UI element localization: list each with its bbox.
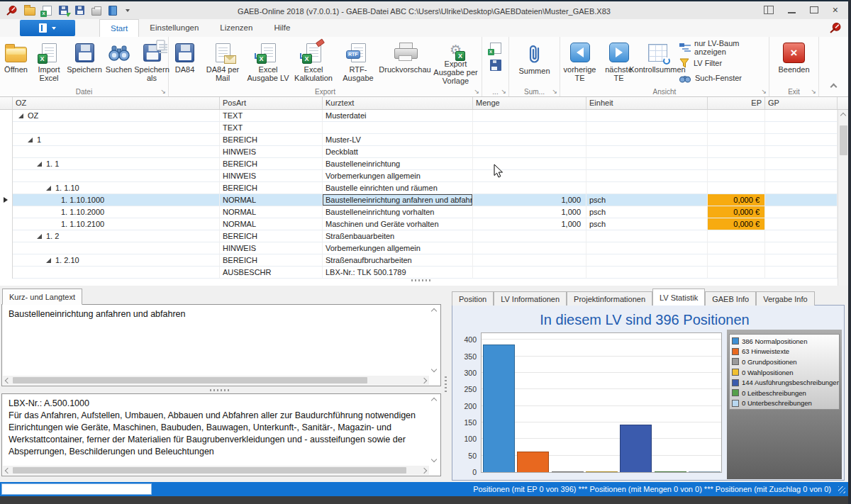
tab-lv-statistik[interactable]: LV Statistik (652, 289, 705, 306)
druckvorschau-button[interactable]: Druckvorschau (381, 38, 429, 85)
toggle-lv-filter[interactable]: LV Filter (677, 55, 769, 70)
scroll-up-icon[interactable] (840, 113, 846, 118)
shorttext-box[interactable]: Baustelleneinrichtung anfahren und abfah… (1, 304, 441, 386)
maximize-button[interactable] (810, 6, 818, 13)
vertical-scrollbar[interactable] (430, 306, 440, 375)
scroll-left-icon[interactable] (5, 377, 11, 383)
column-header-ep[interactable]: EP (708, 97, 765, 109)
y-tick-label: 150 (464, 418, 477, 427)
save-button[interactable]: Speichern (66, 38, 103, 85)
tab-hilfe[interactable]: Hilfe (263, 19, 301, 37)
help-icon[interactable] (764, 6, 774, 14)
table-row[interactable]: AUSBESCHR LBX-Nr.: TLK 500.1789 (0, 267, 848, 279)
grid-refresh-icon (648, 40, 667, 65)
naechste-te-button[interactable]: nächste TE (599, 38, 638, 85)
tab-einstellungen[interactable]: Einstellungen (139, 19, 209, 37)
table-row[interactable]: 1. 1 BEREICH Baustelleneinrichtung (0, 158, 848, 170)
tab-lizenzen[interactable]: Lizenzen (209, 19, 263, 37)
column-header-einheit[interactable]: Einheit (586, 97, 708, 109)
column-header-kurztext[interactable]: Kurztext (323, 97, 473, 109)
scroll-down-icon[interactable] (431, 457, 437, 462)
chart-legend: 386 Normalpositionen63 Hinweistexte0 Gru… (729, 334, 840, 410)
table-row[interactable]: HINWEIS Vorbemerkungen allgemein (0, 242, 848, 254)
column-header-menge[interactable]: Menge (473, 97, 586, 109)
dialog-launcher-icon[interactable]: ↘ (160, 88, 166, 95)
scroll-left-icon[interactable] (5, 467, 11, 473)
tab-position[interactable]: Position (452, 291, 494, 306)
gridline (482, 339, 721, 340)
table-row[interactable]: 1 BEREICH Muster-LV (0, 134, 848, 146)
ribbon-collapse-icon[interactable] (830, 84, 838, 91)
scroll-up-icon[interactable] (431, 398, 437, 403)
tab-projektinformationen[interactable]: Projektinformationen (567, 291, 652, 306)
splitter-handle[interactable] (411, 279, 431, 281)
summen-button[interactable]: Summen (510, 38, 560, 85)
kontrollsummen-button[interactable]: Kontrollsummen (638, 38, 677, 85)
tab-lv-informationen[interactable]: LV Informationen (494, 291, 567, 306)
excel-kalkulation-button[interactable]: Excel Kalkulation (291, 38, 335, 85)
table-vertical-scrollbar[interactable] (838, 110, 848, 286)
tree-expander-icon (46, 186, 51, 191)
excel-mini-icon[interactable] (490, 43, 501, 54)
vorherige-te-button[interactable]: vorherige TE (560, 38, 599, 85)
resize-grip[interactable] (838, 486, 845, 493)
column-header-gp[interactable]: GP (765, 97, 838, 109)
da84-mail-button[interactable]: DA84 per Mail (201, 38, 245, 85)
splitter-handle[interactable] (210, 389, 230, 391)
export-vorlage-button[interactable]: Export Ausgabe per Vorlage (429, 38, 482, 85)
close-button[interactable]: × (833, 6, 838, 14)
table-row[interactable]: 1. 1.10.2000 NORMAL Baustelleneinrichtun… (0, 206, 848, 218)
excel-ausgabe-lv-button[interactable]: Excel Ausgabe LV (245, 38, 291, 85)
scroll-right-icon[interactable] (421, 467, 427, 473)
dialog-launcher-icon[interactable]: ↘ (501, 88, 506, 95)
toggle-such-fenster[interactable]: Such-Fenster (677, 70, 769, 85)
table-row[interactable]: 1. 2.10 BEREICH Straßenaufbrucharbeiten (0, 254, 848, 267)
save-image-mini-icon[interactable] (490, 60, 501, 71)
app-menu-button[interactable] (20, 20, 75, 36)
focused-cell[interactable]: Baustelleneinrichtung anfahren und abfah… (323, 194, 473, 206)
toggle-lv-baum[interactable]: nur LV-Baum anzeigen (677, 40, 769, 55)
tab-vergabe-info[interactable]: Vergabe Info (756, 291, 814, 306)
open-button[interactable]: Öffnen (0, 38, 32, 85)
tab-start[interactable]: Start (99, 19, 139, 37)
scrollbar-thumb[interactable] (13, 467, 406, 474)
column-header-posart[interactable]: PosArt (220, 97, 323, 109)
scrollbar-thumb[interactable] (13, 377, 367, 383)
bottom-area: Kurz- und Langtext Baustelleneinrichtung… (0, 286, 848, 482)
screen-edge-right (848, 0, 851, 504)
vertical-splitter-handle[interactable] (445, 376, 447, 393)
longtext-box[interactable]: LBX-Nr.: A.500.1000 Für das Anfahren, Au… (1, 393, 441, 476)
table-row-selected[interactable]: 1. 1.10.1000 NORMAL Baustelleneinrichtun… (0, 194, 848, 206)
scroll-right-icon[interactable] (421, 377, 427, 383)
table-row[interactable]: HINWEIS Vorbemerkungen allgemein (0, 170, 848, 182)
search-button[interactable]: Suchen (103, 38, 135, 85)
beenden-button[interactable]: Beenden (771, 38, 818, 85)
import-excel-button[interactable]: Import Excel (32, 38, 66, 85)
folder-icon (5, 40, 27, 65)
rtf-ausgabe-button[interactable]: RTF-Ausgabe (335, 38, 381, 85)
table-row[interactable]: TEXT (0, 122, 848, 134)
scrollbar-thumb[interactable] (840, 125, 847, 155)
table-row[interactable]: 1. 1.10 BEREICH Baustelle einrichten und… (0, 182, 848, 194)
column-header-oz[interactable]: OZ (13, 97, 220, 109)
dialog-launcher-icon[interactable]: ↘ (811, 88, 816, 95)
vertical-scrollbar[interactable] (430, 395, 440, 465)
arrow-left-icon (570, 40, 590, 65)
table-row[interactable]: 1. 2 BEREICH Straßenbauarbeiten (0, 230, 848, 242)
horizontal-scrollbar[interactable] (3, 466, 429, 475)
y-tick-label: 200 (464, 402, 477, 410)
table-row[interactable]: HINWEIS Deckblatt (0, 146, 848, 158)
table-row[interactable]: OZ TEXT Musterdatei (0, 110, 848, 122)
dialog-launcher-icon[interactable]: ↘ (552, 88, 557, 95)
da84-button[interactable]: DA84 (169, 38, 201, 85)
minimize-button[interactable] (788, 6, 796, 13)
table-row[interactable]: 1. 1.10.2100 NORMAL Maschinen und Geräte… (0, 218, 848, 230)
scroll-down-icon[interactable] (431, 366, 437, 372)
tab-kurz-und-langtext[interactable]: Kurz- und Langtext (2, 289, 82, 305)
dialog-launcher-icon[interactable]: ↘ (474, 88, 479, 95)
save-as-button[interactable]: Speichern als (135, 38, 169, 85)
dialog-launcher-icon[interactable]: ↘ (761, 88, 767, 95)
horizontal-scrollbar[interactable] (3, 376, 429, 385)
tab-gaeb-info[interactable]: GAEB Info (705, 291, 756, 306)
scroll-up-icon[interactable] (431, 308, 437, 314)
